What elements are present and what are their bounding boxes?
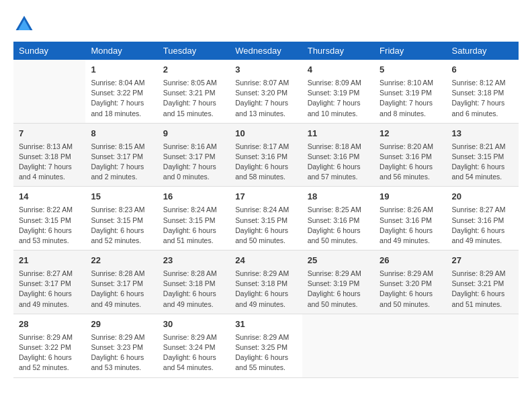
day-cell: 29Sunrise: 8:29 AM Sunset: 3:23 PM Dayli… [85, 314, 157, 377]
day-info: Sunrise: 8:29 AM Sunset: 3:18 PM Dayligh… [235, 269, 296, 310]
day-info: Sunrise: 8:28 AM Sunset: 3:18 PM Dayligh… [163, 269, 224, 310]
day-cell: 6Sunrise: 8:12 AM Sunset: 3:18 PM Daylig… [447, 60, 519, 123]
day-cell: 4Sunrise: 8:09 AM Sunset: 3:19 PM Daylig… [302, 60, 374, 123]
day-info: Sunrise: 8:24 AM Sunset: 3:15 PM Dayligh… [163, 205, 224, 246]
week-row-1: 1Sunrise: 8:04 AM Sunset: 3:22 PM Daylig… [13, 60, 519, 123]
day-number: 29 [91, 318, 152, 331]
day-info: Sunrise: 8:09 AM Sunset: 3:19 PM Dayligh… [308, 78, 369, 119]
day-number: 6 [452, 64, 513, 77]
day-info: Sunrise: 8:29 AM Sunset: 3:25 PM Dayligh… [235, 332, 296, 373]
day-info: Sunrise: 8:05 AM Sunset: 3:21 PM Dayligh… [163, 78, 224, 119]
day-number: 4 [308, 64, 369, 77]
day-cell: 7Sunrise: 8:13 AM Sunset: 3:18 PM Daylig… [13, 123, 85, 187]
day-number: 8 [91, 128, 152, 140]
day-info: Sunrise: 8:17 AM Sunset: 3:16 PM Dayligh… [235, 142, 296, 183]
day-number: 30 [163, 318, 224, 331]
day-number: 9 [163, 128, 224, 140]
day-number: 11 [308, 128, 369, 140]
day-info: Sunrise: 8:29 AM Sunset: 3:24 PM Dayligh… [163, 332, 224, 373]
day-cell: 19Sunrise: 8:26 AM Sunset: 3:16 PM Dayli… [374, 187, 446, 250]
week-row-4: 21Sunrise: 8:27 AM Sunset: 3:17 PM Dayli… [13, 250, 519, 314]
day-number: 16 [163, 191, 224, 203]
week-row-3: 14Sunrise: 8:22 AM Sunset: 3:15 PM Dayli… [13, 187, 519, 250]
day-cell: 11Sunrise: 8:18 AM Sunset: 3:16 PM Dayli… [302, 123, 374, 187]
day-number: 15 [91, 191, 152, 203]
header-row: SundayMondayTuesdayWednesdayThursdayFrid… [13, 42, 519, 60]
day-info: Sunrise: 8:18 AM Sunset: 3:16 PM Dayligh… [308, 142, 369, 183]
day-cell: 26Sunrise: 8:29 AM Sunset: 3:20 PM Dayli… [374, 250, 446, 314]
day-number: 5 [380, 64, 441, 77]
day-cell: 27Sunrise: 8:29 AM Sunset: 3:21 PM Dayli… [447, 250, 519, 314]
day-cell: 25Sunrise: 8:29 AM Sunset: 3:19 PM Dayli… [302, 250, 374, 314]
day-cell: 23Sunrise: 8:28 AM Sunset: 3:18 PM Dayli… [158, 250, 230, 314]
day-number: 27 [452, 255, 513, 267]
day-cell [447, 314, 519, 377]
day-number: 24 [235, 255, 296, 267]
day-number: 25 [308, 255, 369, 267]
day-info: Sunrise: 8:29 AM Sunset: 3:20 PM Dayligh… [380, 269, 441, 310]
day-cell: 30Sunrise: 8:29 AM Sunset: 3:24 PM Dayli… [158, 314, 230, 377]
day-number: 20 [452, 191, 513, 203]
day-info: Sunrise: 8:27 AM Sunset: 3:16 PM Dayligh… [452, 205, 513, 246]
day-info: Sunrise: 8:12 AM Sunset: 3:18 PM Dayligh… [452, 78, 513, 119]
day-cell: 18Sunrise: 8:25 AM Sunset: 3:16 PM Dayli… [302, 187, 374, 250]
day-cell: 3Sunrise: 8:07 AM Sunset: 3:20 PM Daylig… [230, 60, 302, 123]
day-info: Sunrise: 8:29 AM Sunset: 3:23 PM Dayligh… [91, 332, 152, 373]
day-number: 2 [163, 64, 224, 77]
day-cell: 16Sunrise: 8:24 AM Sunset: 3:15 PM Dayli… [158, 187, 230, 250]
day-info: Sunrise: 8:25 AM Sunset: 3:16 PM Dayligh… [308, 205, 369, 246]
day-cell [13, 60, 85, 123]
day-cell: 2Sunrise: 8:05 AM Sunset: 3:21 PM Daylig… [158, 60, 230, 123]
day-number: 1 [91, 64, 152, 77]
header-cell-tuesday: Tuesday [158, 42, 230, 60]
day-info: Sunrise: 8:16 AM Sunset: 3:17 PM Dayligh… [163, 142, 224, 183]
day-info: Sunrise: 8:21 AM Sunset: 3:15 PM Dayligh… [452, 142, 513, 183]
day-number: 21 [19, 255, 80, 267]
day-number: 31 [235, 318, 296, 331]
header-cell-wednesday: Wednesday [230, 42, 302, 60]
day-cell [302, 314, 374, 377]
day-info: Sunrise: 8:29 AM Sunset: 3:21 PM Dayligh… [452, 269, 513, 310]
day-info: Sunrise: 8:13 AM Sunset: 3:18 PM Dayligh… [19, 142, 80, 183]
day-cell: 9Sunrise: 8:16 AM Sunset: 3:17 PM Daylig… [158, 123, 230, 187]
day-number: 14 [19, 191, 80, 203]
day-info: Sunrise: 8:23 AM Sunset: 3:15 PM Dayligh… [91, 205, 152, 246]
day-number: 22 [91, 255, 152, 267]
day-info: Sunrise: 8:28 AM Sunset: 3:17 PM Dayligh… [91, 269, 152, 310]
day-number: 10 [235, 128, 296, 140]
day-cell: 21Sunrise: 8:27 AM Sunset: 3:17 PM Dayli… [13, 250, 85, 314]
logo [13, 13, 39, 35]
day-info: Sunrise: 8:27 AM Sunset: 3:17 PM Dayligh… [19, 269, 80, 310]
header-cell-friday: Friday [374, 42, 446, 60]
day-cell: 8Sunrise: 8:15 AM Sunset: 3:17 PM Daylig… [85, 123, 157, 187]
day-cell: 13Sunrise: 8:21 AM Sunset: 3:15 PM Dayli… [447, 123, 519, 187]
day-number: 19 [380, 191, 441, 203]
day-number: 3 [235, 64, 296, 77]
week-row-2: 7Sunrise: 8:13 AM Sunset: 3:18 PM Daylig… [13, 123, 519, 187]
day-cell: 14Sunrise: 8:22 AM Sunset: 3:15 PM Dayli… [13, 187, 85, 250]
day-number: 13 [452, 128, 513, 140]
day-cell: 31Sunrise: 8:29 AM Sunset: 3:25 PM Dayli… [230, 314, 302, 377]
page-header [13, 13, 519, 35]
week-row-5: 28Sunrise: 8:29 AM Sunset: 3:22 PM Dayli… [13, 314, 519, 377]
day-info: Sunrise: 8:20 AM Sunset: 3:16 PM Dayligh… [380, 142, 441, 183]
calendar-header: SundayMondayTuesdayWednesdayThursdayFrid… [13, 42, 519, 60]
day-number: 18 [308, 191, 369, 203]
day-info: Sunrise: 8:10 AM Sunset: 3:19 PM Dayligh… [380, 78, 441, 119]
calendar-body: 1Sunrise: 8:04 AM Sunset: 3:22 PM Daylig… [13, 60, 519, 377]
day-number: 23 [163, 255, 224, 267]
day-cell: 5Sunrise: 8:10 AM Sunset: 3:19 PM Daylig… [374, 60, 446, 123]
header-cell-saturday: Saturday [447, 42, 519, 60]
day-cell: 12Sunrise: 8:20 AM Sunset: 3:16 PM Dayli… [374, 123, 446, 187]
day-info: Sunrise: 8:15 AM Sunset: 3:17 PM Dayligh… [91, 142, 152, 183]
day-info: Sunrise: 8:29 AM Sunset: 3:22 PM Dayligh… [19, 332, 80, 373]
day-cell: 15Sunrise: 8:23 AM Sunset: 3:15 PM Dayli… [85, 187, 157, 250]
day-number: 26 [380, 255, 441, 267]
day-cell: 24Sunrise: 8:29 AM Sunset: 3:18 PM Dayli… [230, 250, 302, 314]
day-cell: 1Sunrise: 8:04 AM Sunset: 3:22 PM Daylig… [85, 60, 157, 123]
header-cell-monday: Monday [85, 42, 157, 60]
day-cell: 17Sunrise: 8:24 AM Sunset: 3:15 PM Dayli… [230, 187, 302, 250]
day-number: 28 [19, 318, 80, 331]
day-info: Sunrise: 8:07 AM Sunset: 3:20 PM Dayligh… [235, 78, 296, 119]
day-info: Sunrise: 8:24 AM Sunset: 3:15 PM Dayligh… [235, 205, 296, 246]
